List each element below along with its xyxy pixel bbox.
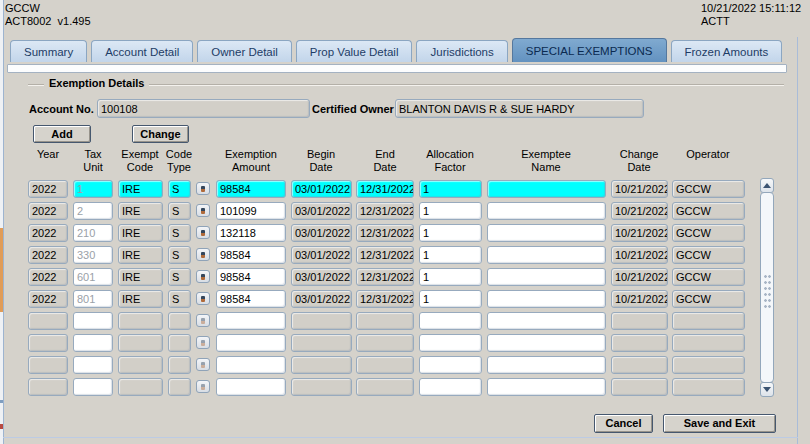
cell-exemption-amount[interactable] [216,334,286,352]
exemption-lov-button[interactable] [196,270,210,283]
cell-end-date: 12/31/2022 [356,290,414,308]
grid-scrollbar[interactable] [760,178,774,397]
cell-exemption-amount[interactable] [216,356,286,374]
exemption-lov-button[interactable] [196,358,210,371]
session-info-left: GCCW ACT8002 v1.495 [5,2,91,28]
cell-exemptee-name[interactable] [487,180,606,198]
cell-tax-unit[interactable]: 210 [73,224,113,242]
cell-allocation-factor[interactable]: 1 [419,202,482,220]
cell-allocation-factor[interactable] [419,356,482,374]
cell-tax-unit[interactable]: 1 [73,180,113,198]
cell-exemption-amount[interactable]: 98584 [216,290,286,308]
scroll-down-button[interactable] [760,382,774,397]
cell-operator [672,312,745,330]
cell-exemption-amount[interactable]: 98584 [216,246,286,264]
change-button[interactable]: Change [132,125,189,143]
tab-bar: Summary Account Detail Owner Detail Prop… [10,38,782,62]
cell-exemptee-name[interactable] [487,246,606,264]
cell-code-type [168,356,191,374]
exemption-lov-button[interactable] [196,292,210,305]
cell-allocation-factor[interactable] [419,378,482,396]
session-datetime: 10/21/2022 15:11:12 [701,2,801,15]
cell-exemption-amount[interactable]: 98584 [216,180,286,198]
certified-owner-field: BLANTON DAVIS R & SUE HARDY [395,99,644,118]
cell-year [28,312,68,330]
cell-year: 2022 [28,268,68,286]
tab-prop-value-detail[interactable]: Prop Value Detail [296,40,413,62]
cell-tax-unit[interactable]: 330 [73,246,113,264]
cell-end-date [356,334,414,352]
cell-allocation-factor[interactable]: 1 [419,180,482,198]
cell-tax-unit[interactable] [73,334,113,352]
save-and-exit-button[interactable]: Save and Exit [663,414,776,433]
cell-tax-unit[interactable]: 2 [73,202,113,220]
cell-operator [672,356,745,374]
cell-tax-unit[interactable] [73,356,113,374]
cell-exemptee-name[interactable] [487,268,606,286]
cell-exemption-amount[interactable] [216,312,286,330]
canvas-top-strip [7,64,787,73]
cell-end-date [356,378,414,396]
cell-year: 2022 [28,290,68,308]
cell-begin-date [291,378,352,396]
cell-allocation-factor[interactable] [419,312,482,330]
tab-jurisdictions[interactable]: Jurisdictions [416,40,507,62]
cell-allocation-factor[interactable]: 1 [419,224,482,242]
exemption-lov-button[interactable] [196,226,210,239]
cell-tax-unit[interactable] [73,378,113,396]
cell-exemptee-name[interactable] [487,334,606,352]
cell-exemption-amount[interactable]: 101099 [216,202,286,220]
column-header-operator: Operator [663,148,753,161]
certified-owner-label: Certified Owner [312,103,394,115]
tab-special-exemptions[interactable]: SPECIAL EXEMPTIONS [512,38,667,62]
cell-code-type [168,378,191,396]
tab-owner-detail[interactable]: Owner Detail [197,40,291,62]
tab-account-detail[interactable]: Account Detail [91,40,193,62]
add-button[interactable]: Add [33,125,91,143]
cell-allocation-factor[interactable]: 1 [419,268,482,286]
tab-summary[interactable]: Summary [10,40,87,62]
cell-change-date: 10/21/2022 [611,246,668,264]
exemption-lov-button[interactable] [196,380,210,393]
cell-begin-date: 03/01/2022 [291,180,352,198]
cell-exemption-amount[interactable] [216,378,286,396]
exemption-lov-button[interactable] [196,336,210,349]
cell-change-date: 10/21/2022 [611,290,668,308]
exemption-lov-button[interactable] [196,248,210,261]
cell-exemption-amount[interactable]: 98584 [216,268,286,286]
cell-code-type: S [168,290,191,308]
cell-operator: GCCW [672,202,745,220]
cell-exemptee-name[interactable] [487,224,606,242]
cell-year: 2022 [28,202,68,220]
exemption-lov-button[interactable] [196,204,210,217]
cell-year [28,334,68,352]
scroll-up-button[interactable] [760,178,774,193]
cell-exemptee-name[interactable] [487,290,606,308]
cell-exempt-code: IRE [118,224,163,242]
cell-exemptee-name[interactable] [487,378,606,396]
cell-exemption-amount[interactable]: 132118 [216,224,286,242]
cell-tax-unit[interactable]: 601 [73,268,113,286]
cell-exempt-code [118,312,163,330]
cancel-button[interactable]: Cancel [594,414,653,433]
cell-change-date: 10/21/2022 [611,202,668,220]
cell-allocation-factor[interactable]: 1 [419,246,482,264]
exemption-lov-button[interactable] [196,314,210,327]
cell-tax-unit[interactable]: 801 [73,290,113,308]
cell-operator [672,378,745,396]
cell-tax-unit[interactable] [73,312,113,330]
cell-exempt-code: IRE [118,180,163,198]
column-header-exemptee-name: ExempteeName [501,148,591,174]
cell-exemptee-name[interactable] [487,356,606,374]
cell-exempt-code [118,334,163,352]
exemption-lov-button[interactable] [196,182,210,195]
arrow-up-icon [763,183,771,188]
scrollbar-thumb[interactable] [760,192,774,383]
column-header-line2: Operator [663,148,753,161]
cell-operator: GCCW [672,246,745,264]
cell-allocation-factor[interactable]: 1 [419,290,482,308]
cell-exemptee-name[interactable] [487,312,606,330]
cell-exemptee-name[interactable] [487,202,606,220]
cell-allocation-factor[interactable] [419,334,482,352]
tab-frozen-amounts[interactable]: Frozen Amounts [671,40,783,62]
